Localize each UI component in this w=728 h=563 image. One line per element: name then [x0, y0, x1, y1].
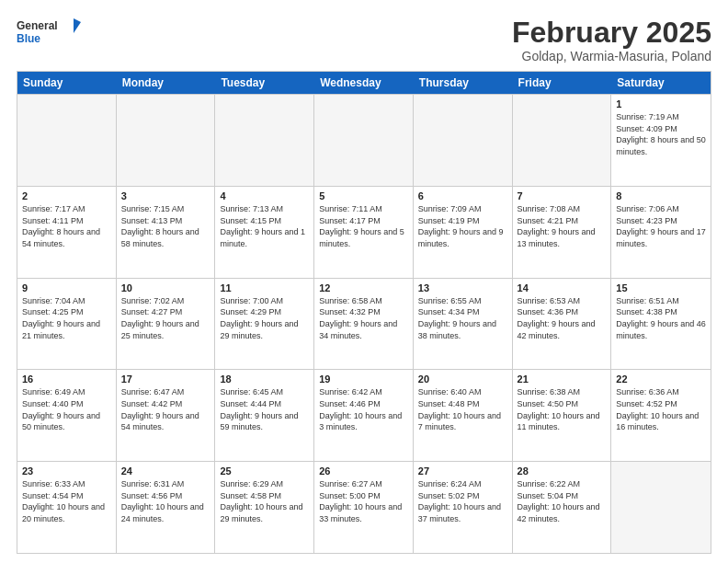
day-number-14: 14 — [518, 282, 607, 293]
day-info-10: Sunrise: 7:02 AMSunset: 4:27 PMDaylight:… — [121, 295, 210, 341]
day-info-23: Sunrise: 6:33 AMSunset: 4:54 PMDaylight:… — [22, 478, 111, 524]
day-info-11: Sunrise: 7:00 AMSunset: 4:29 PMDaylight:… — [220, 295, 309, 341]
day-number-12: 12 — [319, 282, 408, 293]
day-cell-5: 5Sunrise: 7:11 AMSunset: 4:17 PMDaylight… — [314, 187, 414, 278]
day-number-6: 6 — [418, 190, 507, 201]
day-info-3: Sunrise: 7:15 AMSunset: 4:13 PMDaylight:… — [121, 203, 210, 249]
svg-marker-2 — [74, 18, 81, 33]
day-info-22: Sunrise: 6:36 AMSunset: 4:52 PMDaylight:… — [616, 386, 706, 432]
header-day-monday: Monday — [117, 72, 216, 94]
day-cell-16: 16Sunrise: 6:49 AMSunset: 4:40 PMDayligh… — [17, 370, 117, 461]
empty-cell-0-5 — [513, 95, 612, 186]
calendar-body: 1Sunrise: 7:19 AMSunset: 4:09 PMDaylight… — [17, 94, 711, 553]
day-number-24: 24 — [121, 465, 210, 477]
day-cell-28: 28Sunrise: 6:22 AMSunset: 5:04 PMDayligh… — [513, 462, 612, 553]
day-number-18: 18 — [220, 373, 309, 385]
day-number-13: 13 — [418, 282, 507, 293]
header-day-saturday: Saturday — [611, 72, 711, 94]
week-row-1: 2Sunrise: 7:17 AMSunset: 4:11 PMDaylight… — [17, 186, 711, 278]
week-row-3: 16Sunrise: 6:49 AMSunset: 4:40 PMDayligh… — [17, 369, 711, 461]
day-info-24: Sunrise: 6:31 AMSunset: 4:56 PMDaylight:… — [121, 478, 210, 524]
day-number-28: 28 — [518, 465, 607, 477]
day-cell-24: 24Sunrise: 6:31 AMSunset: 4:56 PMDayligh… — [117, 462, 216, 553]
day-cell-18: 18Sunrise: 6:45 AMSunset: 4:44 PMDayligh… — [215, 370, 314, 461]
day-number-7: 7 — [518, 190, 607, 201]
day-cell-12: 12Sunrise: 6:58 AMSunset: 4:32 PMDayligh… — [314, 279, 414, 370]
day-info-17: Sunrise: 6:47 AMSunset: 4:42 PMDaylight:… — [121, 386, 210, 432]
day-cell-6: 6Sunrise: 7:09 AMSunset: 4:19 PMDaylight… — [414, 187, 513, 278]
day-info-26: Sunrise: 6:27 AMSunset: 5:00 PMDaylight:… — [319, 478, 408, 524]
day-cell-10: 10Sunrise: 7:02 AMSunset: 4:27 PMDayligh… — [117, 279, 216, 370]
day-number-26: 26 — [319, 465, 408, 477]
week-row-0: 1Sunrise: 7:19 AMSunset: 4:09 PMDaylight… — [17, 94, 711, 186]
header-day-tuesday: Tuesday — [215, 72, 314, 94]
empty-cell-0-1 — [117, 95, 216, 186]
day-number-15: 15 — [616, 282, 706, 293]
empty-cell-4-6 — [611, 462, 711, 553]
empty-cell-0-0 — [17, 95, 117, 186]
day-number-16: 16 — [22, 373, 111, 385]
header: General Blue February 2025 Goldap, Warmi… — [17, 17, 711, 63]
day-number-20: 20 — [418, 373, 507, 385]
title-block: February 2025 Goldap, Warmia-Masuria, Po… — [512, 17, 711, 63]
header-day-thursday: Thursday — [414, 72, 513, 94]
day-info-27: Sunrise: 6:24 AMSunset: 5:02 PMDaylight:… — [418, 478, 507, 524]
day-number-1: 1 — [616, 98, 706, 109]
logo: General Blue — [17, 17, 81, 52]
day-info-20: Sunrise: 6:40 AMSunset: 4:48 PMDaylight:… — [418, 386, 507, 432]
calendar-header: SundayMondayTuesdayWednesdayThursdayFrid… — [17, 72, 711, 94]
day-number-23: 23 — [22, 465, 111, 477]
day-cell-27: 27Sunrise: 6:24 AMSunset: 5:02 PMDayligh… — [414, 462, 513, 553]
day-number-4: 4 — [220, 190, 309, 201]
subtitle: Goldap, Warmia-Masuria, Poland — [512, 49, 711, 63]
day-number-21: 21 — [518, 373, 607, 385]
day-cell-4: 4Sunrise: 7:13 AMSunset: 4:15 PMDaylight… — [215, 187, 314, 278]
day-info-28: Sunrise: 6:22 AMSunset: 5:04 PMDaylight:… — [518, 478, 607, 524]
day-number-8: 8 — [616, 190, 706, 201]
day-info-19: Sunrise: 6:42 AMSunset: 4:46 PMDaylight:… — [319, 386, 408, 432]
logo-svg: General Blue — [17, 17, 81, 52]
day-number-22: 22 — [616, 373, 706, 385]
day-cell-8: 8Sunrise: 7:06 AMSunset: 4:23 PMDaylight… — [611, 187, 711, 278]
day-info-13: Sunrise: 6:55 AMSunset: 4:34 PMDaylight:… — [418, 295, 507, 341]
day-info-9: Sunrise: 7:04 AMSunset: 4:25 PMDaylight:… — [22, 295, 111, 341]
day-info-25: Sunrise: 6:29 AMSunset: 4:58 PMDaylight:… — [220, 478, 309, 524]
day-cell-2: 2Sunrise: 7:17 AMSunset: 4:11 PMDaylight… — [17, 187, 117, 278]
day-info-18: Sunrise: 6:45 AMSunset: 4:44 PMDaylight:… — [220, 386, 309, 432]
day-number-2: 2 — [22, 190, 111, 201]
day-info-1: Sunrise: 7:19 AMSunset: 4:09 PMDaylight:… — [616, 111, 706, 157]
day-number-27: 27 — [418, 465, 507, 477]
day-cell-13: 13Sunrise: 6:55 AMSunset: 4:34 PMDayligh… — [414, 279, 513, 370]
day-number-3: 3 — [121, 190, 210, 201]
day-cell-22: 22Sunrise: 6:36 AMSunset: 4:52 PMDayligh… — [611, 370, 711, 461]
day-info-5: Sunrise: 7:11 AMSunset: 4:17 PMDaylight:… — [319, 203, 408, 249]
header-day-friday: Friday — [513, 72, 612, 94]
day-number-25: 25 — [220, 465, 309, 477]
day-cell-21: 21Sunrise: 6:38 AMSunset: 4:50 PMDayligh… — [513, 370, 612, 461]
svg-text:General: General — [17, 19, 58, 32]
day-info-15: Sunrise: 6:51 AMSunset: 4:38 PMDaylight:… — [616, 295, 706, 341]
month-title: February 2025 — [512, 17, 711, 49]
empty-cell-0-3 — [314, 95, 414, 186]
week-row-4: 23Sunrise: 6:33 AMSunset: 4:54 PMDayligh… — [17, 461, 711, 553]
week-row-2: 9Sunrise: 7:04 AMSunset: 4:25 PMDaylight… — [17, 278, 711, 370]
day-info-16: Sunrise: 6:49 AMSunset: 4:40 PMDaylight:… — [22, 386, 111, 432]
day-info-2: Sunrise: 7:17 AMSunset: 4:11 PMDaylight:… — [22, 203, 111, 249]
day-cell-26: 26Sunrise: 6:27 AMSunset: 5:00 PMDayligh… — [314, 462, 414, 553]
empty-cell-0-2 — [215, 95, 314, 186]
day-cell-14: 14Sunrise: 6:53 AMSunset: 4:36 PMDayligh… — [513, 279, 612, 370]
svg-text:Blue: Blue — [17, 32, 40, 45]
day-info-4: Sunrise: 7:13 AMSunset: 4:15 PMDaylight:… — [220, 203, 309, 249]
day-cell-15: 15Sunrise: 6:51 AMSunset: 4:38 PMDayligh… — [611, 279, 711, 370]
day-number-11: 11 — [220, 282, 309, 293]
day-cell-19: 19Sunrise: 6:42 AMSunset: 4:46 PMDayligh… — [314, 370, 414, 461]
day-info-8: Sunrise: 7:06 AMSunset: 4:23 PMDaylight:… — [616, 203, 706, 249]
day-cell-17: 17Sunrise: 6:47 AMSunset: 4:42 PMDayligh… — [117, 370, 216, 461]
day-cell-3: 3Sunrise: 7:15 AMSunset: 4:13 PMDaylight… — [117, 187, 216, 278]
day-cell-23: 23Sunrise: 6:33 AMSunset: 4:54 PMDayligh… — [17, 462, 117, 553]
day-info-6: Sunrise: 7:09 AMSunset: 4:19 PMDaylight:… — [418, 203, 507, 249]
header-day-wednesday: Wednesday — [314, 72, 414, 94]
day-number-17: 17 — [121, 373, 210, 385]
day-info-7: Sunrise: 7:08 AMSunset: 4:21 PMDaylight:… — [518, 203, 607, 249]
calendar: SundayMondayTuesdayWednesdayThursdayFrid… — [17, 71, 711, 554]
